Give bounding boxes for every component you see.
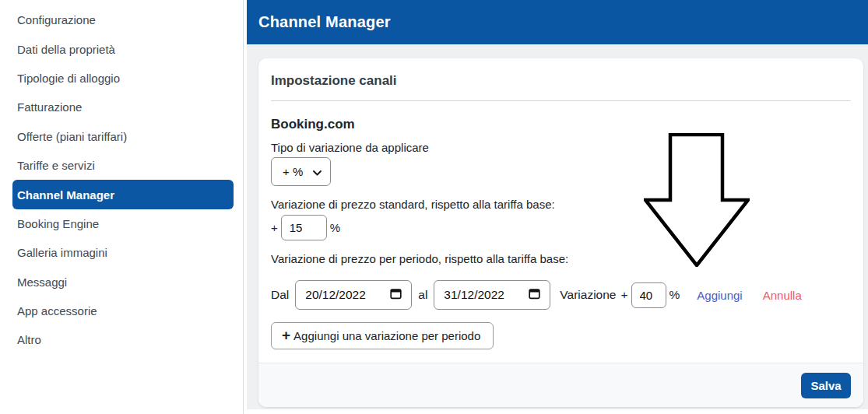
date-from-label: Dal xyxy=(271,288,289,302)
plus-icon: + xyxy=(282,328,290,342)
standard-variation-input[interactable] xyxy=(281,215,327,240)
sidebar-item-dati-proprieta[interactable]: Dati della proprietà xyxy=(0,34,243,63)
period-plus-sign: + xyxy=(620,288,627,302)
page-content: Impostazione canali Booking.com Tipo di … xyxy=(247,44,868,409)
sidebar-item-galleria-immagini[interactable]: Galleria immagini xyxy=(0,238,243,267)
app-window: Configurazione Dati della proprietà Tipo… xyxy=(0,0,868,414)
standard-variation-label: Variazione di prezzo standard, rispetto … xyxy=(271,198,851,211)
sidebar-item-booking-engine[interactable]: Booking Engine xyxy=(0,209,243,238)
save-button[interactable]: Salva xyxy=(801,373,851,398)
standard-plus-sign: + xyxy=(271,221,278,234)
chevron-down-icon xyxy=(313,165,322,178)
card-title: Impostazione canali xyxy=(271,73,851,89)
add-period-variation-button[interactable]: + Aggiungi una variazione per periodo xyxy=(271,322,494,349)
main-panel: Channel Manager Impostazione canali Book… xyxy=(247,0,868,414)
date-to-label: al xyxy=(418,288,427,302)
standard-variation-row: + % xyxy=(271,215,851,240)
calendar-icon[interactable] xyxy=(529,287,540,303)
sidebar-item-offerte[interactable]: Offerte (piani tariffari) xyxy=(0,122,243,151)
page-title: Channel Manager xyxy=(258,13,391,31)
variation-type-select[interactable]: + % xyxy=(271,157,331,186)
calendar-icon[interactable] xyxy=(390,287,402,303)
add-variation-link[interactable]: Aggiungi xyxy=(697,289,742,302)
date-to-input[interactable]: 31/12/2022 xyxy=(434,280,550,310)
sidebar-item-tipologie-alloggio[interactable]: Tipologie di alloggio xyxy=(0,64,243,93)
sidebar-item-tariffe-servizi[interactable]: Tariffe e servizi xyxy=(0,151,243,180)
sidebar-item-configurazione[interactable]: Configurazione xyxy=(0,5,243,34)
cancel-variation-link[interactable]: Annulla xyxy=(763,289,802,302)
sidebar-item-channel-manager[interactable]: Channel Manager xyxy=(12,180,234,209)
variation-type-label: Tipo di variazione da applicare xyxy=(271,141,851,154)
date-from-input[interactable]: 20/12/2022 xyxy=(295,280,412,310)
period-variation-input[interactable] xyxy=(631,282,666,308)
card-body: Booking.com Tipo di variazione da applic… xyxy=(258,101,863,363)
period-variation-label: Variazione di prezzo per periodo, rispet… xyxy=(271,252,851,265)
period-percent-sign: % xyxy=(669,288,680,302)
sidebar-item-altro[interactable]: Altro xyxy=(0,325,243,354)
add-period-variation-label: Aggiungi una variazione per periodo xyxy=(293,329,480,342)
period-variation-row: Dal 20/12/2022 al 31/12/2022 xyxy=(271,280,851,310)
standard-percent-sign: % xyxy=(330,221,340,234)
card-footer: Salva xyxy=(258,363,863,407)
sidebar-item-app-accessorie[interactable]: App accessorie xyxy=(0,296,243,325)
sidebar-item-fatturazione[interactable]: Fatturazione xyxy=(0,93,243,121)
period-variation-word: Variazione xyxy=(560,288,616,302)
sidebar-item-messaggi[interactable]: Messaggi xyxy=(0,268,243,296)
variation-type-value: + % xyxy=(283,165,303,178)
channel-name: Booking.com xyxy=(271,117,851,132)
card-header: Impostazione canali xyxy=(271,58,851,101)
page-header: Channel Manager xyxy=(247,0,868,44)
date-from-value: 20/12/2022 xyxy=(305,288,366,302)
settings-sidebar: Configurazione Dati della proprietà Tipo… xyxy=(0,0,244,414)
channel-settings-card: Impostazione canali Booking.com Tipo di … xyxy=(258,58,863,407)
date-to-value: 31/12/2022 xyxy=(444,288,504,302)
